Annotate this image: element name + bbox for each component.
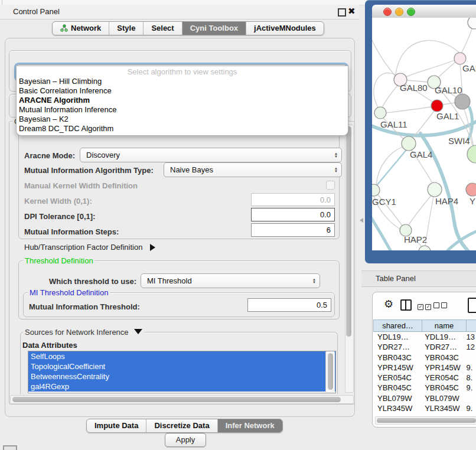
network-node-gal11[interactable] [374, 107, 386, 119]
column-header-2[interactable]: A [466, 319, 476, 332]
network-edge[interactable] [443, 103, 455, 105]
network-node-gal4[interactable] [402, 136, 416, 151]
tab-infer-network[interactable]: Infer Network [218, 419, 282, 432]
network-node[interactable] [455, 94, 470, 109]
attributes-scrollbar[interactable] [325, 351, 335, 393]
zoom-window-icon[interactable] [407, 8, 415, 16]
network-node-gcy1[interactable] [372, 184, 380, 196]
mi-type-label: Mutual Information Algorithm Type: [24, 166, 154, 175]
settings-hscroll-thumb[interactable] [12, 397, 341, 402]
column-header-1[interactable]: name [422, 319, 466, 332]
combo-arrows-icon: ▲▼ [312, 278, 316, 284]
tab-jactivemnodules[interactable]: jActiveMNodules [246, 22, 324, 35]
split-pane-collapse-icon[interactable] [360, 218, 363, 223]
network-edge[interactable] [407, 80, 428, 82]
table-row[interactable]: YBL079WYBL079W [373, 393, 476, 403]
mi-type-combo[interactable]: Naive Bayes ▲▼ [164, 162, 342, 177]
node-label: GCY1 [372, 197, 396, 207]
network-window-titlebar[interactable] [372, 5, 476, 18]
mi-threshold-field[interactable] [247, 298, 331, 312]
column-header-0[interactable]: shared… [373, 319, 422, 332]
network-node[interactable] [419, 246, 431, 250]
combo-arrows-icon: ▲▼ [334, 167, 338, 173]
table-row[interactable]: YPR145WYPR145W9. [373, 363, 476, 373]
attribute-item[interactable]: BetweennessCentrality [28, 371, 335, 381]
table-row[interactable]: YDR27…YDR27…12 [373, 342, 476, 352]
network-edge[interactable] [438, 62, 455, 77]
table-cell: 9. [464, 363, 476, 373]
table-hscroll-thumb[interactable] [377, 418, 476, 423]
export-table-icon[interactable] [468, 298, 476, 313]
network-edge-thick[interactable] [372, 208, 390, 250]
network-edge[interactable] [382, 86, 397, 107]
table-row[interactable]: YBR045CYBR045C9. [373, 383, 476, 393]
node-label: GAL11 [380, 119, 407, 129]
tab-label: Style [117, 24, 135, 32]
network-node-swi4[interactable] [467, 145, 476, 163]
table-row[interactable]: YBR043CYBR043C [373, 353, 476, 363]
algorithm-option[interactable]: ARACNE Algorithm [17, 96, 348, 105]
tab-impute-data[interactable]: Impute Data [87, 419, 146, 432]
apply-button[interactable]: Apply [165, 433, 206, 447]
network-node-gal[interactable] [454, 53, 466, 64]
minimized-panel-icon[interactable] [3, 445, 17, 450]
deselect-all-checkboxes-icon[interactable] [433, 301, 449, 310]
algorithm-option[interactable]: Bayesian – Hill Climbing [17, 77, 348, 86]
algorithm-option[interactable]: Bayesian – K2 [17, 115, 348, 124]
gear-icon[interactable]: ⚙ [384, 298, 393, 311]
network-edge[interactable] [376, 147, 402, 185]
table-row[interactable]: YDL19…YDL19…13 [373, 332, 476, 342]
tab-network[interactable]: Network [53, 22, 109, 35]
table-cell: YPR145W [373, 363, 420, 373]
tab-discretize-data[interactable]: Discretize Data [146, 419, 217, 432]
close-panel-icon[interactable]: ✖ [348, 6, 356, 17]
select-all-checkboxes-icon[interactable]: ✓✓ [418, 301, 433, 310]
table-cell: YBL079W [420, 393, 464, 403]
attribute-item[interactable]: TopologicalCoefficient [28, 361, 335, 371]
algorithm-dropdown-list: Select algorithm to view settings Bayesi… [16, 66, 348, 136]
which-threshold-combo[interactable]: MI Threshold ▲▼ [141, 273, 320, 288]
settings-vertical-scrollbar[interactable] [345, 125, 354, 393]
float-panel-icon[interactable] [338, 8, 346, 17]
settings-horizontal-scrollbar[interactable] [10, 395, 354, 404]
table-cell: YIL053C [373, 413, 420, 416]
data-attributes-list[interactable]: SelfLoopsTopologicalCoefficientBetweenne… [28, 351, 336, 393]
table-row[interactable]: YLR345WYLR345W9. [373, 403, 476, 413]
table-cell: YER054C [373, 373, 420, 383]
aracne-mode-combo[interactable]: Discovery ▲▼ [80, 148, 342, 162]
network-edge[interactable] [386, 107, 431, 113]
algorithm-option[interactable]: Basic Correlation Inference [17, 86, 348, 96]
network-node-y[interactable] [466, 183, 476, 196]
network-edge[interactable] [409, 195, 431, 225]
algorithm-option[interactable]: Mutual Information Inference [17, 105, 348, 115]
mi-steps-field[interactable] [251, 223, 335, 237]
network-node-gal1[interactable] [431, 100, 443, 112]
network-node[interactable] [468, 18, 476, 29]
hub-definition-toggle[interactable]: Hub/Transcription Factor Definition [24, 243, 155, 252]
tab-select[interactable]: Select [144, 22, 182, 35]
manual-kernel-checkbox[interactable] [326, 181, 335, 190]
table-horizontal-scrollbar[interactable] [375, 416, 476, 425]
attribute-item[interactable]: SelfLoops [28, 351, 335, 361]
node-label: GAL1 [436, 111, 459, 121]
tab-cyni-toolbox[interactable]: Cyni Toolbox [182, 22, 246, 35]
sources-group-toggle[interactable]: Sources for Network Inference [23, 328, 144, 336]
table-row[interactable]: YIL053CYIL053C9 [373, 413, 476, 416]
dpi-tolerance-field[interactable] [251, 208, 335, 221]
table-row[interactable]: YER054CYER054C8. [373, 373, 476, 383]
network-node-hap4[interactable] [428, 182, 442, 197]
network-edge[interactable] [396, 40, 460, 74]
attributes-scrollbar-thumb[interactable] [328, 353, 333, 390]
network-canvas[interactable]: GALGAL80GAL10GAL1GAL11GAL4SWI4HAP4YGCY1H… [372, 18, 476, 250]
network-window[interactable]: GALGAL80GAL10GAL1GAL11GAL4SWI4HAP4YGCY1H… [365, 0, 476, 263]
network-edge[interactable] [372, 24, 395, 76]
algorithm-option[interactable]: Dream8 DC_TDC Algorithm [17, 124, 348, 133]
attribute-item[interactable]: gal4RGexp [28, 381, 335, 392]
tab-style[interactable]: Style [109, 22, 144, 35]
minimize-window-icon[interactable] [395, 8, 403, 16]
close-window-icon[interactable] [383, 8, 392, 16]
kernel-width-field[interactable] [251, 193, 335, 206]
column-layout-icon[interactable] [400, 299, 412, 311]
dropdown-placeholder: Select algorithm to view settings [17, 66, 348, 77]
settings-vscroll-thumb[interactable] [346, 126, 351, 337]
